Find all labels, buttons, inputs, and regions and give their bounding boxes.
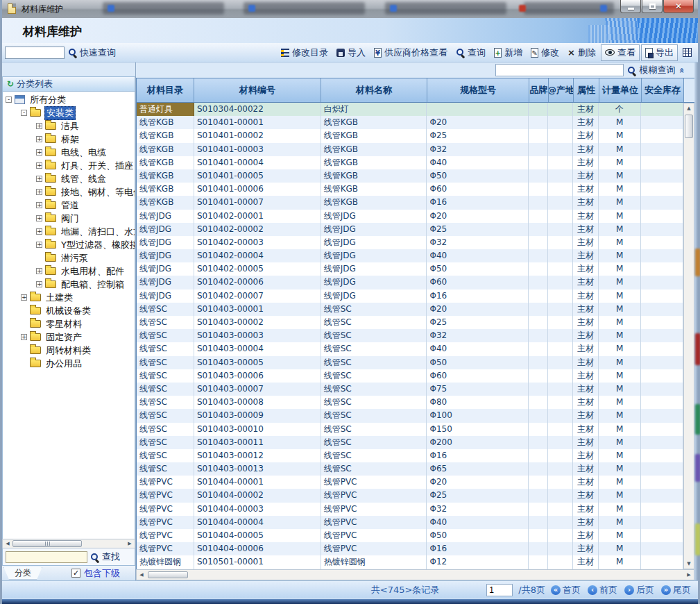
prev-page-button[interactable]: ‹前页 (588, 584, 617, 596)
table-row[interactable]: 线管SCS010403-00001线管SCΦ20主材M (137, 303, 683, 316)
table-row[interactable]: 线管SCS010403-00006线管SCΦ60主材M (137, 369, 683, 383)
table-row[interactable]: 线管SCS010403-00007线管SCΦ75主材M (137, 383, 683, 396)
column-header[interactable]: 品牌 (529, 78, 549, 102)
collapse-minus-icon[interactable]: - (21, 110, 27, 116)
refresh-icon[interactable]: ↻ (7, 79, 14, 89)
tree-item[interactable]: +配电箱、控制箱 (3, 278, 135, 291)
view-button[interactable]: 查看 (601, 44, 640, 61)
table-row[interactable]: 热镀锌圆钢S010501-00001热镀锌圆钢Φ12主材M (137, 555, 683, 569)
table-row[interactable]: 线管PVCS010404-00005线管PVCΦ50主材M (137, 529, 683, 542)
table-horizontal-scrollbar[interactable]: ◀ ▶ (136, 569, 694, 580)
tree-item[interactable]: +灯具、开关、插座 (3, 159, 135, 172)
table-row[interactable]: 线管JDGS010402-00005线管JDGΦ50主材M (137, 262, 683, 276)
scrollbar-thumb[interactable] (685, 115, 693, 138)
table-row[interactable]: 线管SCS010403-00002线管SCΦ25主材M (137, 316, 683, 329)
tab-category[interactable]: 分类 (3, 567, 42, 580)
expand-plus-icon[interactable]: + (36, 228, 42, 235)
tree-item[interactable]: +管道 (3, 199, 135, 212)
scroll-left-icon[interactable]: ◀ (137, 572, 146, 578)
table-row[interactable]: 线管KGBS010401-00001线管KGBΦ20主材M (137, 116, 683, 129)
table-row[interactable]: 线管PVCS010404-00001线管PVCΦ20主材M (137, 476, 683, 489)
tree-item[interactable]: +洁具 (3, 119, 135, 133)
table-row[interactable]: 线管JDGS010402-00002线管JDGΦ25主材M (137, 223, 683, 236)
tree-item-label[interactable]: 配电箱、控制箱 (60, 278, 126, 291)
table-row[interactable]: 线管KGBS010401-00002线管KGBΦ25主材M (137, 129, 683, 142)
tree-item-label[interactable]: 周转材料类 (44, 344, 92, 357)
tree-item[interactable]: +地漏、清扫口、水龙 (3, 225, 135, 238)
expand-plus-icon[interactable]: + (36, 281, 42, 287)
collapse-up-icon[interactable]: « (676, 67, 687, 73)
expand-plus-icon[interactable]: + (36, 215, 42, 221)
table-row[interactable]: 线管JDGS010402-00007线管JDGΦ16主材M (137, 290, 683, 303)
scrollbar-thumb[interactable] (12, 540, 82, 547)
tree-item-label[interactable]: 办公用品 (44, 358, 83, 370)
tree-item-label[interactable]: 电线、电缆 (60, 146, 108, 159)
tree-item[interactable]: 周转材料类 (3, 344, 135, 357)
tree-item[interactable]: 办公用品 (3, 357, 135, 370)
sidebar-horizontal-scrollbar[interactable]: ◀ ▶ (2, 539, 135, 548)
tree-item-label[interactable]: 土建类 (44, 292, 74, 304)
scroll-down-icon[interactable]: ▼ (687, 559, 690, 569)
next-page-button[interactable]: ›后页 (624, 584, 654, 596)
table-row[interactable]: 线管JDGS010402-00006线管JDGΦ60主材M (137, 276, 683, 289)
tree-item[interactable]: +固定资产 (3, 330, 135, 344)
table-row[interactable]: 线管KGBS010401-00007线管KGBΦ16主材M (137, 196, 683, 209)
table-row[interactable]: 线管SCS010403-00013线管SCΦ65主材M (137, 462, 683, 476)
tree-item-label[interactable]: 零星材料 (44, 318, 83, 330)
query-button[interactable]: 查询 (452, 45, 489, 60)
tree-item[interactable]: +接地、钢材、等电位 (3, 185, 135, 199)
first-page-button[interactable]: «首页 (551, 584, 581, 596)
column-header[interactable]: 属性 (574, 78, 599, 102)
table-row[interactable]: 线管JDGS010402-00001线管JDGΦ20主材M (137, 210, 683, 223)
table-vertical-scrollbar[interactable]: ▲ ▼ (683, 103, 694, 569)
expand-plus-icon[interactable]: + (36, 149, 42, 156)
tree-item[interactable]: +阀门 (3, 212, 135, 225)
include-children-checkbox[interactable]: ✓ (71, 569, 80, 578)
column-header[interactable]: 材料编号 (194, 78, 321, 102)
tree-item[interactable]: +水电用材、配件 (3, 265, 135, 278)
tree-item[interactable]: +线管、线盒 (3, 172, 135, 185)
tree-item[interactable]: 机械设备类 (3, 304, 135, 317)
tree-item-label[interactable]: 潜污泵 (60, 252, 89, 265)
search-icon[interactable] (627, 66, 636, 75)
table-row[interactable]: 线管KGBS010401-00005线管KGBΦ50主材M (137, 169, 683, 183)
last-page-button[interactable]: »尾页 (661, 584, 691, 596)
column-header[interactable]: 安全库存 (642, 78, 684, 102)
collapse-minus-icon[interactable]: - (6, 97, 12, 103)
table-row[interactable]: 线管SCS010403-00010线管SCΦ150主材M (137, 423, 683, 436)
scroll-right-icon[interactable]: ▶ (684, 572, 694, 578)
scrollbar-thumb[interactable] (148, 571, 188, 578)
delete-button[interactable]: ×删除 (564, 45, 599, 60)
maximize-button[interactable] (642, 0, 663, 13)
expand-plus-icon[interactable]: + (21, 334, 27, 340)
column-config-button[interactable] (679, 47, 695, 58)
tree-item[interactable]: +Y型过滤器、橡胶接头 (3, 238, 135, 251)
tree-item[interactable]: +土建类 (3, 291, 135, 304)
scroll-right-icon[interactable]: ▶ (125, 541, 135, 546)
quick-search-input[interactable] (5, 47, 65, 59)
table-row[interactable]: 线管SCS010403-00005线管SCΦ50主材M (137, 356, 683, 369)
tree-item-label[interactable]: 管道 (60, 199, 80, 212)
expand-plus-icon[interactable]: + (36, 202, 42, 208)
tree-item[interactable]: +桥架 (3, 133, 135, 146)
tree-item-label[interactable]: Y型过滤器、橡胶接头 (60, 239, 135, 251)
tree-item-label[interactable]: 水电用材、配件 (60, 265, 126, 278)
table-row[interactable]: 线管KGBS010401-00003线管KGBΦ32主材M (137, 143, 683, 156)
table-row[interactable]: 线管SCS010403-00004线管SCΦ40主材M (137, 342, 683, 355)
table-row[interactable]: 线管SCS010403-00003线管SCΦ32主材M (137, 329, 683, 342)
table-row[interactable]: 线管SCS010403-00008线管SCΦ80主材M (137, 396, 683, 409)
expand-plus-icon[interactable]: + (36, 189, 42, 195)
tree-item[interactable]: +电线、电缆 (3, 146, 135, 159)
close-button[interactable]: ✕ (663, 0, 694, 13)
tree-item-label[interactable]: 接地、钢材、等电位 (60, 186, 135, 199)
table-row[interactable]: 线管SCS010403-00009线管SCΦ100主材M (137, 409, 683, 422)
expand-plus-icon[interactable]: + (36, 162, 42, 169)
table-row[interactable]: 线管SCS010403-00011线管SCΦ200主材M (137, 436, 683, 449)
expand-plus-icon[interactable]: + (36, 176, 42, 182)
tree-item[interactable]: -安装类 (3, 106, 135, 119)
table-row[interactable]: 线管PVCS010404-00002线管PVCΦ25主材M (137, 489, 683, 502)
tree-item[interactable]: 潜污泵 (3, 251, 135, 265)
table-row[interactable]: 线管PVCS010404-00006线管PVCΦ16主材M (137, 542, 683, 555)
scroll-up-icon[interactable]: ▲ (687, 103, 690, 113)
column-header[interactable]: 材料名称 (321, 78, 427, 102)
